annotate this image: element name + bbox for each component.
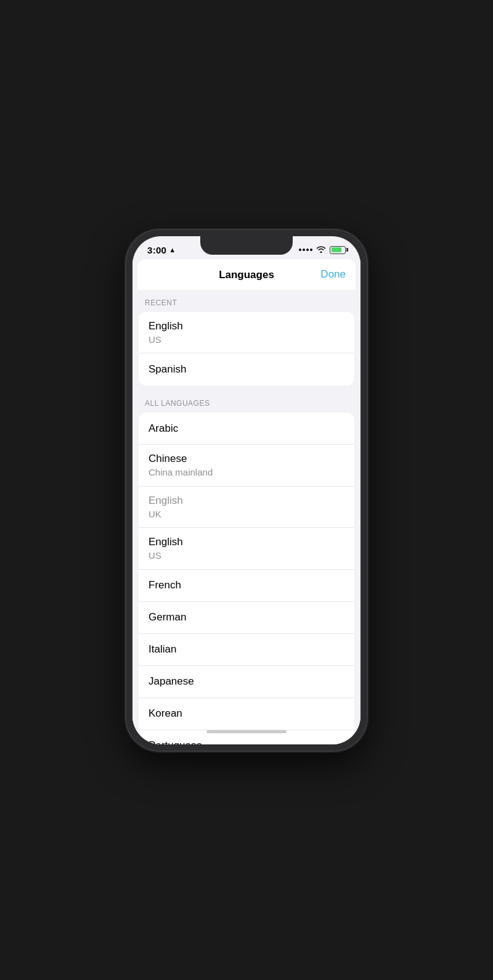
- list-item[interactable]: Chinese China mainland: [139, 445, 354, 487]
- item-main: German: [149, 611, 344, 624]
- wifi-icon: [316, 245, 326, 255]
- signal-dots-icon: [299, 249, 312, 251]
- item-main: Italian: [149, 643, 344, 656]
- item-main: English: [149, 494, 344, 508]
- status-time: 3:00: [147, 245, 166, 255]
- item-main: Spanish: [149, 363, 344, 376]
- item-main: Portuguese: [149, 739, 344, 744]
- modal-title: Languages: [219, 269, 274, 281]
- item-main: Arabic: [149, 422, 344, 435]
- item-main: Korean: [149, 707, 344, 720]
- content-scroll[interactable]: Languages Done RECENT English US Spanish…: [132, 259, 361, 744]
- item-main: English: [149, 319, 344, 333]
- item-main: French: [149, 579, 344, 592]
- recent-list: English US Spanish: [139, 312, 354, 386]
- item-sub: US: [149, 550, 344, 562]
- list-item[interactable]: Korean: [139, 698, 354, 730]
- item-main: English: [149, 535, 344, 549]
- battery-icon: [330, 246, 346, 254]
- list-item-english-uk[interactable]: English UK: [139, 487, 354, 529]
- modal-header: Languages Done: [137, 259, 356, 290]
- item-main: Chinese: [149, 452, 344, 466]
- notch: [200, 236, 293, 255]
- home-indicator[interactable]: [206, 730, 287, 733]
- location-arrow-icon: ▲: [169, 246, 176, 253]
- all-languages-list: Arabic Chinese China mainland English UK…: [139, 413, 354, 744]
- item-sub: UK: [149, 508, 344, 521]
- status-icons: [299, 245, 346, 255]
- recent-section-header: RECENT: [132, 290, 361, 312]
- item-sub: US: [149, 334, 344, 346]
- item-sub: China mainland: [149, 466, 344, 479]
- list-item[interactable]: Spanish: [139, 353, 354, 385]
- item-main: Japanese: [149, 675, 344, 688]
- list-item[interactable]: German: [139, 602, 354, 634]
- list-item[interactable]: French: [139, 570, 354, 602]
- all-languages-section-header: ALL LANGUAGES: [132, 390, 361, 413]
- list-item[interactable]: Italian: [139, 634, 354, 666]
- list-item[interactable]: Arabic: [139, 413, 354, 445]
- list-item-english-us[interactable]: English US: [139, 528, 354, 570]
- list-item[interactable]: English US: [139, 312, 354, 354]
- screen: 3:00 ▲: [132, 236, 361, 744]
- done-button[interactable]: Done: [320, 268, 346, 281]
- phone-frame: 3:00 ▲: [126, 230, 367, 751]
- list-item[interactable]: Japanese: [139, 666, 354, 698]
